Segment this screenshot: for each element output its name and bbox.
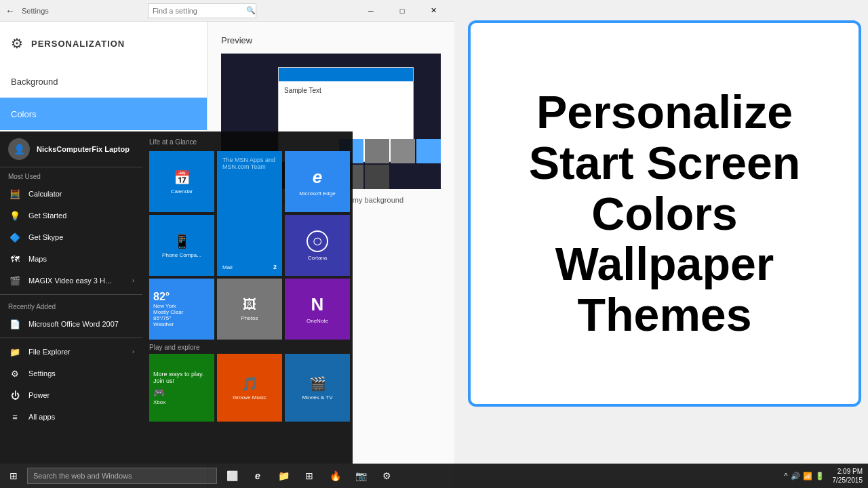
app-label: Get Skype — [28, 233, 63, 241]
start-app-get-started[interactable]: 💡 Get Started — [0, 205, 142, 226]
preview-window-body: Sample Text — [279, 81, 413, 100]
show-hidden-icon[interactable]: ^ — [784, 472, 787, 480]
tile-groove[interactable]: 🎵 Groove Music — [217, 354, 282, 422]
sidebar-item-background[interactable]: Background — [0, 65, 207, 98]
most-used-label: Most used — [0, 167, 142, 183]
start-menu-tiles: Life at a Glance 📅 Calendar The MSN Apps… — [142, 131, 353, 464]
start-app-power[interactable]: ⏻ Power — [0, 384, 142, 406]
search-box[interactable]: 🔍 — [148, 3, 256, 18]
play-tiles-grid: More ways to play. Join us! 🎮 Xbox 🎵 Gro… — [149, 354, 346, 422]
tile-label: Phone Compa... — [162, 252, 201, 258]
maximize-button[interactable]: □ — [387, 0, 418, 22]
magix-icon: 🎬 — [8, 274, 22, 287]
groove-icon: 🎵 — [241, 375, 258, 392]
tile-phone[interactable]: 📱 Phone Compa... — [149, 215, 214, 276]
tile-label: OneNote — [307, 318, 328, 324]
mail-badge: 2 — [273, 264, 277, 270]
calendar-icon: 📅 — [174, 169, 191, 186]
settings-brand: ⚙ PERSONALIZATION — [0, 22, 207, 65]
start-app-calculator[interactable]: 🧮 Calculator — [0, 183, 142, 205]
settings-window-title: Settings — [22, 7, 49, 15]
camera-taskbar-icon[interactable]: 📷 — [349, 464, 373, 488]
brand-title: PERSONALIZATION — [31, 39, 125, 49]
weather-temp: 82° — [153, 291, 170, 303]
minimize-button[interactable]: ─ — [355, 0, 387, 22]
tile-label: Movies & TV — [302, 394, 332, 401]
app-label: Get Started — [28, 211, 66, 220]
tile-onenote[interactable]: N OneNote — [285, 279, 350, 340]
search-input[interactable] — [149, 7, 243, 15]
volume-icon[interactable]: 🔊 — [791, 472, 800, 481]
app-label: Power — [28, 391, 50, 399]
user-name: NicksComputerFix Laptop — [37, 145, 130, 153]
start-app-all-apps[interactable]: ≡ All apps — [0, 406, 142, 428]
settings-icon: ⚙ — [8, 367, 22, 380]
tile-cortana[interactable]: ○ Cortana — [285, 215, 350, 276]
search-icon: 🔍 — [243, 6, 258, 15]
start-app-word[interactable]: 📄 Microsoft Office Word 2007 — [0, 313, 142, 335]
taskbar-search-input[interactable] — [33, 472, 211, 480]
tile-label: Weather — [153, 321, 174, 327]
firefox-taskbar-icon[interactable]: 🔥 — [323, 464, 347, 488]
taskbar-search-box[interactable] — [27, 468, 217, 484]
tile-more[interactable]: More ways to play. Join us! 🎮 Xbox — [149, 354, 214, 422]
tile-calendar[interactable]: 📅 Calendar — [149, 151, 214, 212]
battery-icon[interactable]: 🔋 — [815, 472, 825, 481]
start-app-file-explorer[interactable]: 📁 File Explorer › — [0, 341, 142, 363]
edge-taskbar-icon[interactable]: e — [245, 464, 270, 488]
sidebar-item-label: Background — [11, 77, 58, 87]
weather-range: 85°/75° — [153, 315, 171, 321]
start-app-settings[interactable]: ⚙ Settings — [0, 363, 142, 384]
close-button[interactable]: ✕ — [418, 0, 449, 22]
start-app-magix[interactable]: 🎬 MAGIX Video easy 3 H... › — [0, 270, 142, 291]
tile-mail[interactable]: The MSN Apps and MSN.com Team Mail 2 — [217, 151, 282, 276]
preview-color-swatches — [339, 139, 441, 189]
start-app-skype[interactable]: 🔷 Get Skype — [0, 226, 142, 248]
tile-movies[interactable]: 🎬 Movies & TV — [285, 354, 350, 422]
tile-photos[interactable]: 🖼 Photos — [217, 279, 282, 340]
app-label: File Explorer — [28, 348, 71, 356]
skype-icon: 🔷 — [8, 230, 22, 244]
app-label: Maps — [28, 255, 47, 263]
tile-label: Mail — [222, 264, 233, 270]
tile-label: Photos — [241, 315, 258, 321]
phone-icon: 📱 — [174, 233, 191, 249]
get-started-icon: 💡 — [8, 209, 22, 222]
preview-label: Preview — [221, 35, 441, 45]
annotation-text: PersonalizeStart ScreenColorsWallpaperTh… — [529, 87, 801, 340]
xbox-brand-label: Xbox — [153, 399, 165, 405]
clock-time: 2:09 PM — [833, 467, 863, 476]
window-controls: ─ □ ✕ — [355, 0, 449, 22]
clock-date: 7/25/2015 — [833, 476, 863, 485]
tray-icons: ^ 🔊 📶 🔋 — [784, 472, 824, 481]
start-menu: 👤 NicksComputerFix Laptop Most used 🧮 Ca… — [0, 131, 353, 464]
power-icon: ⏻ — [8, 388, 22, 402]
start-app-maps[interactable]: 🗺 Maps — [0, 248, 142, 270]
back-button[interactable]: ← — [5, 5, 15, 16]
avatar: 👤 — [8, 138, 30, 160]
start-button[interactable]: ⊞ — [0, 464, 27, 488]
task-view-icon[interactable]: ⬜ — [220, 464, 244, 488]
settings-taskbar-icon[interactable]: ⚙ — [374, 464, 399, 488]
taskbar-clock[interactable]: 2:09 PM 7/25/2015 — [833, 467, 863, 485]
taskbar-icons: ⬜ e 📁 ⊞ 🔥 📷 ⚙ — [220, 464, 399, 488]
app-label: Settings — [28, 369, 56, 378]
gear-icon: ⚙ — [11, 35, 23, 52]
tiles-grid: 📅 Calendar The MSN Apps and MSN.com Team… — [149, 151, 346, 340]
tile-label: Groove Music — [233, 394, 266, 401]
tile-label: Microsoft Edge — [299, 190, 335, 197]
file-explorer-taskbar-icon[interactable]: 📁 — [271, 464, 296, 488]
play-explore-label: Play and explore — [149, 344, 346, 351]
word-icon: 📄 — [8, 317, 22, 331]
store-taskbar-icon[interactable]: ⊞ — [297, 464, 321, 488]
tile-weather[interactable]: 82° New York Mostly Clear 85°/75° Weathe… — [149, 279, 214, 340]
file-explorer-icon: 📁 — [8, 345, 22, 359]
network-icon[interactable]: 📶 — [803, 472, 812, 481]
sidebar-item-colors[interactable]: Colors — [0, 98, 207, 130]
sidebar-item-label: Colors — [11, 109, 37, 119]
edge-icon: e — [313, 167, 322, 188]
weather-desc: Mostly Clear — [153, 309, 183, 315]
all-apps-icon: ≡ — [8, 410, 22, 424]
photos-icon: 🖼 — [243, 297, 256, 312]
tile-edge[interactable]: e Microsoft Edge — [285, 151, 350, 212]
